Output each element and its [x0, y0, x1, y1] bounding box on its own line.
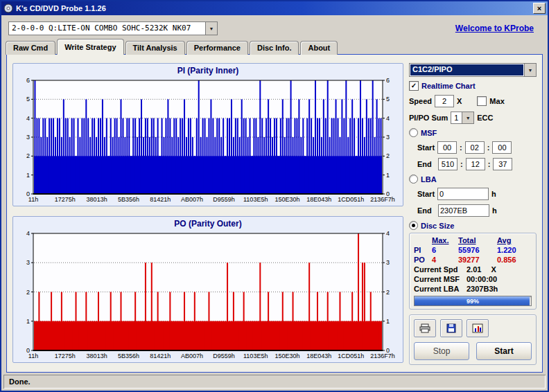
floppy-disk-icon — [446, 323, 456, 333]
printer-icon — [419, 323, 430, 333]
stats-pi-name: PI — [414, 246, 429, 254]
save-chart-image-button[interactable] — [467, 319, 489, 337]
close-button[interactable]: × — [533, 3, 546, 14]
print-button[interactable] — [414, 319, 436, 337]
pipo-sum-value: 1 — [451, 112, 462, 123]
svg-text:AB007h: AB007h — [181, 196, 203, 203]
max-label: Max — [489, 97, 504, 105]
speed-input[interactable] — [435, 95, 454, 107]
svg-text:5B356h: 5B356h — [118, 353, 139, 359]
stats-group: Max. Total Avg PI 6 55976 1.220 PO 4 392… — [409, 233, 537, 310]
chevron-down-icon[interactable]: ▼ — [205, 22, 217, 35]
svg-text:1CD051h: 1CD051h — [338, 353, 364, 359]
tab-tilt-analysis[interactable]: Tilt Analysis — [125, 41, 185, 55]
welcome-link[interactable]: Welcome to KProbe — [455, 24, 534, 33]
lba-end-input[interactable] — [438, 204, 489, 217]
svg-text:150E30h: 150E30h — [275, 353, 300, 359]
msf-radio[interactable] — [409, 128, 418, 137]
save-button[interactable] — [440, 319, 462, 337]
svg-text:38013h: 38013h — [87, 353, 107, 359]
svg-text:6: 6 — [386, 77, 390, 84]
max-speed-checkbox[interactable] — [477, 96, 487, 106]
chart-image-icon — [472, 323, 483, 333]
svg-text:1103E5h: 1103E5h — [243, 196, 268, 203]
window-title: K's CD/DVD Probe 1.1.26 — [16, 4, 530, 12]
svg-text:81421h: 81421h — [150, 196, 171, 203]
svg-text:2: 2 — [386, 152, 390, 159]
svg-text:5: 5 — [26, 96, 30, 103]
chevron-down-icon[interactable]: ▼ — [524, 64, 536, 76]
msf-start-label: Start — [417, 143, 435, 152]
svg-text:38013h: 38013h — [87, 196, 107, 203]
start-button[interactable]: Start — [476, 342, 532, 360]
svg-text:2: 2 — [26, 152, 30, 159]
ecc-label: ECC — [477, 114, 493, 122]
mode-select-value: C1C2/PIPO — [410, 64, 523, 75]
progress-percent: 99% — [415, 296, 531, 305]
msf-start-min[interactable] — [437, 141, 457, 154]
svg-text:81421h: 81421h — [150, 353, 171, 359]
svg-text:17275h: 17275h — [55, 353, 76, 359]
stats-header-max: Max. — [432, 236, 455, 244]
current-spd-unit: X — [491, 265, 496, 274]
svg-text:2136F7h: 2136F7h — [370, 196, 395, 203]
svg-text:5: 5 — [386, 96, 390, 103]
disc-size-radio[interactable] — [409, 221, 418, 230]
current-lba-value: 2307B3h — [467, 285, 498, 293]
tab-about[interactable]: About — [300, 41, 338, 55]
svg-text:3: 3 — [26, 259, 30, 266]
svg-text:11h: 11h — [28, 353, 38, 359]
msf-start-sec[interactable] — [465, 141, 485, 154]
status-bar: Done. — [3, 375, 546, 389]
chevron-down-icon[interactable]: ▼ — [462, 112, 473, 123]
pi-chart-title: PI (Parity Inner) — [16, 65, 400, 77]
msf-start-frame[interactable] — [492, 141, 512, 154]
msf-end-frame[interactable] — [493, 158, 512, 170]
drive-select-value: 2-0-0-0 Q:LITE-ON COMBO SOHC-5232K NK07 — [9, 22, 205, 35]
msf-end-min[interactable] — [438, 158, 458, 170]
drive-select[interactable]: 2-0-0-0 Q:LITE-ON COMBO SOHC-5232K NK07 … — [8, 21, 218, 35]
svg-text:5B356h: 5B356h — [118, 196, 139, 203]
tab-disc-info[interactable]: Disc Info. — [250, 41, 299, 55]
svg-text:3: 3 — [386, 134, 390, 141]
svg-text:1: 1 — [26, 318, 30, 325]
lba-start-unit: h — [491, 190, 496, 198]
speed-unit-label: X — [457, 97, 462, 105]
pipo-sum-label: PI/PO Sum — [409, 114, 448, 122]
svg-text:2: 2 — [26, 289, 30, 296]
msf-label: MSF — [421, 129, 437, 137]
svg-text:1: 1 — [386, 172, 390, 179]
pipo-sum-select[interactable]: 1 ▼ — [451, 112, 474, 124]
svg-text:6: 6 — [26, 77, 30, 84]
svg-text:4: 4 — [386, 230, 390, 237]
mode-select[interactable]: C1C2/PIPO ▼ — [409, 63, 537, 77]
msf-end-label: End — [417, 160, 435, 168]
realtime-chart-checkbox[interactable]: ✓ — [409, 81, 419, 91]
lba-radio[interactable] — [409, 175, 418, 184]
svg-text:4: 4 — [386, 115, 390, 122]
stats-table: Max. Total Avg PI 6 55976 1.220 PO 4 392… — [414, 236, 532, 264]
tab-performance[interactable]: Performance — [186, 41, 248, 55]
svg-text:2136F7h: 2136F7h — [370, 353, 395, 359]
svg-text:3: 3 — [386, 259, 390, 266]
actions-group: Stop Start — [409, 314, 537, 365]
lba-start-input[interactable] — [437, 188, 489, 200]
current-msf-label: Current MSF — [414, 275, 467, 283]
svg-text:AB007h: AB007h — [181, 353, 203, 359]
main-content: PI (Parity Inner) 0011223344556611h17275… — [6, 54, 543, 373]
pi-chart-panel: PI (Parity Inner) 0011223344556611h17275… — [12, 63, 403, 206]
toolbar: 2-0-0-0 Q:LITE-ON COMBO SOHC-5232K NK07 … — [1, 15, 548, 37]
svg-text:D9559h: D9559h — [213, 196, 235, 203]
speed-label: Speed — [409, 97, 432, 105]
title-bar: K's CD/DVD Probe 1.1.26 × — [1, 1, 548, 15]
tab-strip: Raw Cmd Write Strategy Tilt Analysis Per… — [1, 37, 548, 55]
lba-label: LBA — [421, 175, 437, 184]
tab-write-strategy[interactable]: Write Strategy — [57, 39, 123, 55]
tab-raw-cmd[interactable]: Raw Cmd — [6, 41, 55, 55]
svg-text:D9559h: D9559h — [213, 353, 235, 359]
msf-end-sec[interactable] — [466, 158, 485, 170]
stop-button[interactable]: Stop — [414, 342, 469, 360]
stats-po-name: PO — [414, 256, 429, 264]
app-icon — [3, 3, 13, 13]
lba-end-label: End — [417, 206, 435, 215]
